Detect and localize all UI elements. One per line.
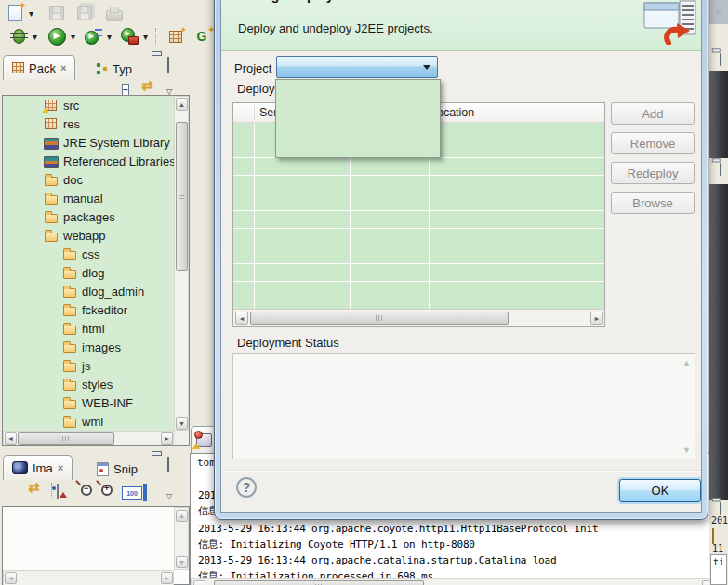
- scroll-down-icon[interactable]: ▼: [682, 445, 691, 455]
- tab-package-explorer[interactable]: Pack ×: [3, 55, 75, 80]
- tree-item[interactable]: fckeditor: [3, 300, 174, 319]
- tree-item-icon: [62, 339, 78, 354]
- tree-item[interactable]: doc: [3, 170, 174, 189]
- zoom-100-button[interactable]: 100: [122, 485, 142, 500]
- scroll-left-icon[interactable]: ◄: [235, 312, 248, 325]
- save-button[interactable]: [47, 4, 66, 22]
- new-package-button[interactable]: [166, 27, 185, 46]
- maximize-icon[interactable]: [720, 164, 721, 175]
- tree-item-icon: [62, 358, 78, 373]
- tab-image-viewer[interactable]: Ima ×: [3, 455, 73, 480]
- toolbar-separator: [155, 28, 162, 45]
- tree-item-icon: [44, 172, 60, 187]
- scroll-up-icon[interactable]: ▲: [176, 98, 188, 111]
- add-button[interactable]: Add: [611, 102, 695, 125]
- fit-to-window-button[interactable]: [143, 485, 147, 499]
- canvas-horizontal-scrollbar[interactable]: ◄ ►: [3, 570, 174, 585]
- debug-button[interactable]: [9, 27, 28, 46]
- remove-button[interactable]: Remove: [611, 132, 695, 154]
- tree-item-label: manual: [63, 192, 103, 206]
- tree-item[interactable]: html: [3, 319, 174, 338]
- run-button[interactable]: [47, 27, 66, 46]
- tree-vscroll-thumb[interactable]: [176, 122, 188, 271]
- scroll-right-icon[interactable]: ►: [161, 572, 173, 584]
- scroll-down-icon[interactable]: ▼: [176, 417, 188, 430]
- new-class-button[interactable]: G: [192, 27, 211, 46]
- tree-item-label: dlog_admin: [82, 285, 144, 299]
- tree-item-label: webapp: [63, 229, 106, 243]
- scroll-left-icon[interactable]: ◄: [5, 572, 17, 584]
- redeploy-button[interactable]: Redeploy: [611, 162, 695, 184]
- external-tools-dropdown[interactable]: [140, 27, 151, 46]
- project-combobox[interactable]: [276, 56, 438, 78]
- save-all-button[interactable]: [75, 4, 94, 22]
- tree-item[interactable]: dlog: [3, 263, 174, 282]
- tree-item-icon: [62, 246, 78, 261]
- debug-dropdown[interactable]: [30, 27, 40, 46]
- collapse-all-button[interactable]: −: [122, 82, 129, 96]
- tree-item[interactable]: WEB-INF: [3, 393, 174, 412]
- maximize-icon: [167, 457, 169, 472]
- new-file-button[interactable]: [6, 4, 24, 22]
- table-hscroll-thumb[interactable]: [250, 312, 509, 325]
- tab-snippet[interactable]: Snip: [87, 456, 147, 481]
- deployment-status-box[interactable]: ▲ ▼: [232, 353, 695, 459]
- project-tree[interactable]: src res JRE System Library [ Referenced …: [3, 96, 174, 431]
- scroll-left-icon[interactable]: ◄: [5, 432, 17, 445]
- console-log[interactable]: 2013-5-29 16:13:44 org.apache.coyote.htt…: [198, 521, 598, 584]
- close-icon[interactable]: ×: [58, 462, 63, 473]
- image-tool-button[interactable]: [57, 485, 59, 499]
- maximize-view-button[interactable]: [167, 458, 169, 472]
- maximize-icon[interactable]: [720, 54, 721, 65]
- link-with-editor-button[interactable]: [28, 479, 40, 496]
- tab-type-hierarchy[interactable]: Typ: [86, 56, 141, 81]
- tree-item[interactable]: src: [3, 96, 174, 114]
- tree-item[interactable]: Referenced Libraries: [3, 152, 174, 170]
- close-icon[interactable]: ×: [60, 62, 66, 73]
- scroll-down-icon[interactable]: ▼: [176, 556, 188, 568]
- link-with-editor-button[interactable]: [141, 77, 153, 94]
- scroll-left-icon[interactable]: ◄: [193, 580, 205, 585]
- browse-button[interactable]: Browse: [611, 192, 695, 214]
- help-button[interactable]: ?: [236, 477, 257, 498]
- tree-item[interactable]: packages: [3, 207, 174, 226]
- new-file-dropdown[interactable]: [26, 4, 36, 22]
- tree-hscroll-thumb[interactable]: [18, 432, 114, 445]
- tree-item[interactable]: JRE System Library [: [3, 133, 174, 152]
- tree-horizontal-scrollbar[interactable]: ◄ ►: [3, 431, 174, 445]
- maximize-view-button[interactable]: [167, 58, 169, 72]
- scroll-right-icon[interactable]: ►: [161, 432, 173, 445]
- tree-item[interactable]: images: [3, 338, 174, 356]
- scroll-up-icon[interactable]: ▲: [682, 358, 691, 367]
- scroll-right-icon[interactable]: ►: [590, 312, 603, 325]
- tree-item[interactable]: js: [3, 356, 174, 375]
- tree-item[interactable]: webapp: [3, 226, 174, 245]
- run-dropdown[interactable]: [68, 27, 78, 46]
- console-horizontal-scrollbar[interactable]: ◄ ►: [191, 578, 717, 585]
- tree-item-icon: [44, 153, 60, 168]
- run-config-dropdown[interactable]: [104, 27, 114, 46]
- tree-item[interactable]: styles: [3, 375, 174, 393]
- tree-item[interactable]: css: [3, 245, 174, 263]
- project-combobox-popup[interactable]: [275, 79, 441, 158]
- tree-item-icon: [62, 284, 78, 299]
- run-config-button[interactable]: [84, 27, 102, 46]
- view-menu-button[interactable]: [166, 487, 172, 501]
- table-horizontal-scrollbar[interactable]: ◄ ►: [233, 309, 604, 326]
- console-hscroll-thumb[interactable]: [214, 580, 424, 585]
- tree-item[interactable]: wml: [3, 412, 174, 431]
- tab-package-label: Pack: [29, 61, 56, 75]
- maximize-icon[interactable]: [720, 503, 721, 514]
- image-icon: [57, 484, 59, 499]
- tree-item[interactable]: dlog_admin: [3, 282, 174, 300]
- print-button[interactable]: [105, 4, 124, 22]
- ok-button[interactable]: OK: [619, 479, 701, 502]
- image-viewer-icon: [12, 461, 28, 474]
- tree-vertical-scrollbar[interactable]: ▲ ▼: [174, 96, 189, 431]
- tree-item-label: js: [82, 359, 90, 373]
- external-tools-button[interactable]: [120, 27, 139, 46]
- tree-item[interactable]: manual: [3, 189, 174, 207]
- scroll-up-icon[interactable]: ▲: [176, 510, 188, 522]
- canvas-vertical-scrollbar[interactable]: ▲ ▼: [174, 507, 189, 570]
- tree-item[interactable]: res: [3, 114, 174, 133]
